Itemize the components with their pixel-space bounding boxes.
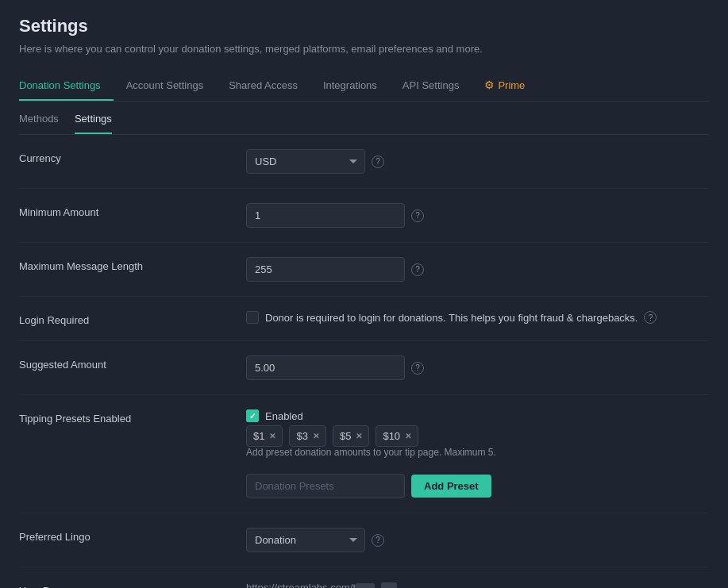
page-title: Settings [19, 16, 709, 37]
tab-api-settings[interactable]: API Settings [403, 71, 472, 101]
login-required-row: Login Required Donor is required to logi… [19, 297, 709, 341]
currency-label: Currency [19, 149, 233, 164]
tab-prime[interactable]: ⚙ Prime [484, 71, 537, 101]
settings-rows: Currency USD EUR GBP CAD ? Minimum Amoun… [19, 135, 709, 588]
sub-tab-settings[interactable]: Settings [75, 113, 112, 134]
tipping-presets-checkbox[interactable] [246, 409, 259, 422]
add-preset-button[interactable]: Add Preset [411, 475, 491, 498]
copy-icon[interactable] [381, 582, 397, 588]
preset-tag-3: $3 ✕ [289, 425, 325, 447]
nav-tabs: Donation Settings Account Settings Share… [19, 71, 709, 102]
preset-input[interactable] [246, 474, 405, 498]
page-container: Settings Here is where you can control y… [0, 0, 728, 588]
preset-tag-5: $5 ✕ [333, 425, 369, 447]
preset-hint: Add preset donation amounts to your tip … [246, 447, 709, 458]
preset-value-5: $5 [340, 430, 351, 442]
your-page-content: https://streamlabs.com/t Want to customi… [246, 582, 709, 588]
suggested-amount-label: Suggested Amount [19, 355, 233, 371]
preset-value-10: $10 [383, 430, 400, 442]
preferred-lingo-help-icon[interactable]: ? [372, 534, 384, 547]
your-page-label: Your Page [19, 582, 233, 588]
currency-row: Currency USD EUR GBP CAD ? [19, 135, 709, 189]
tipping-presets-enabled-label: Enabled [265, 410, 303, 422]
tipping-presets-enabled-container: Enabled [246, 409, 709, 422]
preset-value-3: $3 [296, 430, 307, 442]
preset-value-1: $1 [253, 430, 264, 442]
preferred-lingo-select[interactable]: Donation Tip Contribution [246, 528, 365, 552]
tab-account-settings[interactable]: Account Settings [126, 71, 217, 101]
your-page-row: Your Page https://streamlabs.com/t Want … [19, 567, 709, 588]
your-page-link-row: https://streamlabs.com/t [246, 582, 709, 588]
suggested-amount-row: Suggested Amount ? [19, 341, 709, 395]
page-url-hidden [356, 583, 375, 588]
suggested-amount-input[interactable] [246, 355, 405, 380]
login-required-help-icon[interactable]: ? [644, 311, 657, 324]
tab-shared-access[interactable]: Shared Access [229, 71, 310, 101]
preset-tag-10: $10 ✕ [376, 425, 418, 447]
sub-tabs: Methods Settings [19, 102, 709, 135]
max-message-length-row: Maximum Message Length ? [19, 243, 709, 297]
tipping-presets-row: Tipping Presets Enabled Enabled $1 ✕ $3 … [19, 395, 709, 513]
currency-content: USD EUR GBP CAD ? [246, 149, 709, 174]
add-preset-row: Add Preset [246, 474, 709, 498]
preset-tag-1: $1 ✕ [246, 425, 283, 447]
preferred-lingo-row: Preferred Lingo Donation Tip Contributio… [19, 513, 709, 567]
preset-remove-10[interactable]: ✕ [405, 432, 411, 440]
preset-remove-1[interactable]: ✕ [269, 432, 275, 440]
login-required-checkbox[interactable] [246, 311, 259, 324]
minimum-amount-content: ? [246, 203, 709, 228]
suggested-amount-help-icon[interactable]: ? [411, 362, 424, 375]
max-message-length-label: Maximum Message Length [19, 257, 233, 272]
tab-integrations[interactable]: Integrations [323, 71, 390, 101]
minimum-amount-help-icon[interactable]: ? [411, 209, 424, 222]
minimum-amount-input[interactable] [246, 203, 405, 228]
page-subtitle: Here is where you can control your donat… [19, 43, 709, 55]
sub-tab-methods[interactable]: Methods [19, 113, 59, 134]
preferred-lingo-content: Donation Tip Contribution ? [246, 528, 709, 552]
preset-remove-5[interactable]: ✕ [356, 432, 362, 440]
max-message-length-input[interactable] [246, 257, 405, 282]
preferred-lingo-label: Preferred Lingo [19, 528, 233, 543]
max-message-length-help-icon[interactable]: ? [411, 263, 424, 276]
currency-help-icon[interactable]: ? [372, 156, 384, 168]
login-required-content: Donor is required to login for donations… [246, 311, 709, 324]
login-required-label: Login Required [19, 311, 233, 326]
preset-remove-3[interactable]: ✕ [313, 432, 319, 440]
prime-icon: ⚙ [484, 79, 495, 91]
page-url-prefix: https://streamlabs.com/t [246, 582, 375, 588]
presets-tags-row: $1 ✕ $3 ✕ $5 ✕ $10 ✕ [246, 425, 709, 447]
suggested-amount-content: ? [246, 355, 709, 380]
tipping-presets-label: Tipping Presets Enabled [19, 409, 233, 425]
tipping-presets-content: Enabled $1 ✕ $3 ✕ $5 ✕ [246, 409, 709, 498]
currency-select[interactable]: USD EUR GBP CAD [246, 149, 365, 174]
minimum-amount-row: Minimum Amount ? [19, 189, 709, 243]
tab-donation-settings[interactable]: Donation Settings [19, 71, 114, 101]
minimum-amount-label: Minimum Amount [19, 203, 233, 218]
max-message-length-content: ? [246, 257, 709, 282]
login-required-description: Donor is required to login for donations… [265, 312, 637, 324]
